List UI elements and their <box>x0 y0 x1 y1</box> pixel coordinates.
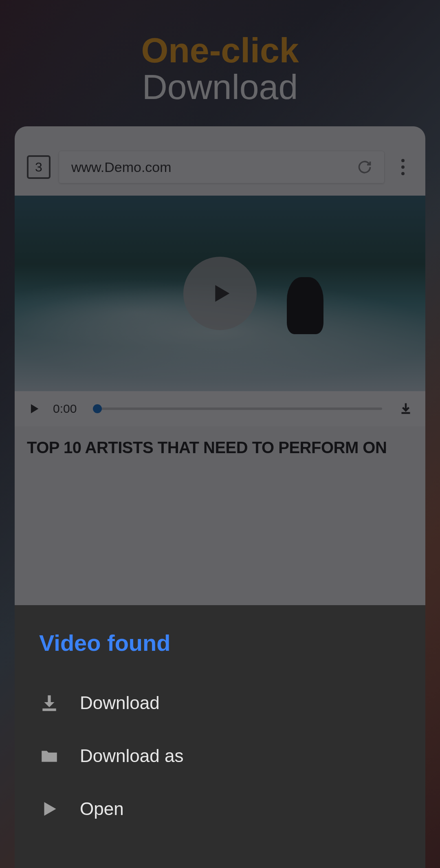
sheet-item-label: Download <box>80 693 160 713</box>
download-as-option[interactable]: Download as <box>39 729 401 782</box>
sheet-item-label: Download as <box>80 746 183 766</box>
folder-icon <box>39 746 59 766</box>
download-icon <box>39 693 59 713</box>
sheet-item-label: Open <box>80 799 124 819</box>
bottom-sheet: Video found Download Download as Open <box>15 605 425 868</box>
download-option[interactable]: Download <box>39 676 401 729</box>
play-icon <box>39 799 59 819</box>
sheet-title: Video found <box>39 630 401 656</box>
open-option[interactable]: Open <box>39 782 401 835</box>
